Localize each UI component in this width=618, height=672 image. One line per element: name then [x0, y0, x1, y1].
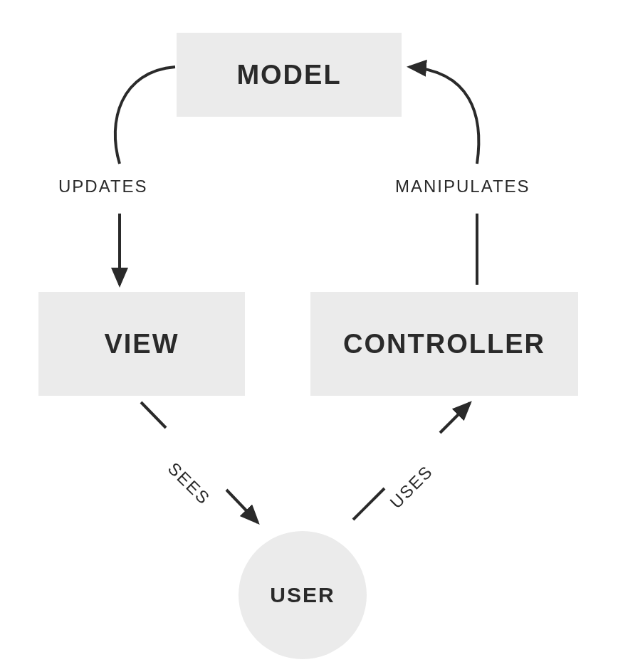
controller-node: CONTROLLER: [310, 292, 578, 396]
updates-arrow: [115, 67, 175, 164]
sees-arrow: [141, 402, 166, 428]
user-node: USER: [239, 531, 367, 659]
sees-edge-label: SEES: [164, 458, 214, 509]
updates-edge-label: UPDATES: [58, 177, 148, 196]
uses-edge-label: USES: [386, 461, 437, 513]
view-node: VIEW: [38, 292, 245, 396]
model-node: MODEL: [177, 33, 402, 117]
manipulates-edge-label: MANIPULATES: [395, 177, 530, 196]
uses-arrow: [353, 488, 384, 520]
